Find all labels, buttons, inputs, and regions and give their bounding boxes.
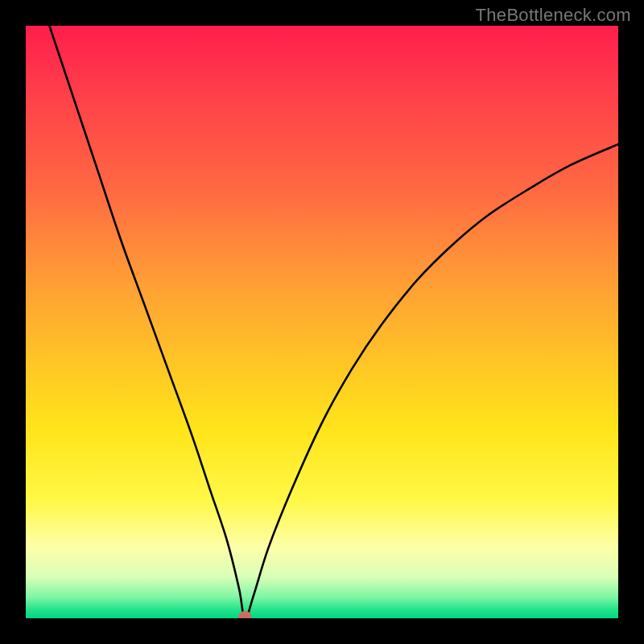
curve-svg bbox=[26, 26, 618, 618]
chart-frame: TheBottleneck.com bbox=[0, 0, 644, 644]
bottleneck-curve bbox=[49, 26, 618, 618]
plot-area bbox=[26, 26, 618, 618]
watermark-text: TheBottleneck.com bbox=[476, 5, 631, 26]
